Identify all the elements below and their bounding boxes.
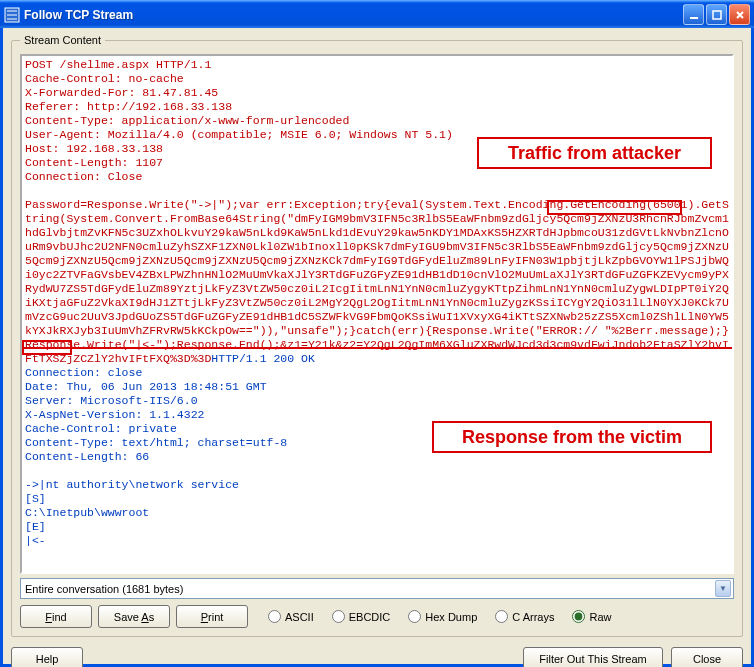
- minimize-button[interactable]: [683, 4, 704, 25]
- help-button[interactable]: Help: [11, 647, 83, 667]
- radio-hexdump[interactable]: Hex Dump: [408, 610, 477, 623]
- svg-rect-2: [713, 11, 721, 19]
- chevron-down-icon: ▼: [715, 580, 731, 597]
- stream-content-legend: Stream Content: [20, 34, 105, 46]
- radio-carrays[interactable]: C Arrays: [495, 610, 554, 623]
- svg-rect-1: [690, 17, 698, 19]
- stream-text-area[interactable]: POST /shellme.aspx HTTP/1.1 Cache-Contro…: [20, 54, 734, 574]
- window-title: Follow TCP Stream: [24, 8, 683, 22]
- encoding-radios: ASCII EBCDIC Hex Dump C Arrays Raw: [268, 610, 611, 623]
- filter-out-button[interactable]: Filter Out This Stream: [523, 647, 663, 667]
- close-button[interactable]: [729, 4, 750, 25]
- close-dialog-button[interactable]: Close: [671, 647, 743, 667]
- app-icon: [4, 7, 20, 23]
- save-as-button[interactable]: Save As: [98, 605, 170, 628]
- maximize-button[interactable]: [706, 4, 727, 25]
- stream-content-text: POST /shellme.aspx HTTP/1.1 Cache-Contro…: [25, 58, 729, 548]
- toolbar-row: Find Save As Print ASCII EBCDIC Hex Dump…: [20, 605, 734, 628]
- radio-raw[interactable]: Raw: [572, 610, 611, 623]
- conversation-select[interactable]: Entire conversation (1681 bytes) ▼: [20, 578, 734, 599]
- print-button[interactable]: Print: [176, 605, 248, 628]
- client-area: Stream Content POST /shellme.aspx HTTP/1…: [0, 28, 754, 667]
- find-button[interactable]: Find: [20, 605, 92, 628]
- radio-ebcdic[interactable]: EBCDIC: [332, 610, 391, 623]
- bottom-button-row: Help Filter Out This Stream Close: [11, 647, 743, 667]
- radio-ascii[interactable]: ASCII: [268, 610, 314, 623]
- titlebar[interactable]: Follow TCP Stream: [0, 0, 754, 28]
- request-text: POST /shellme.aspx HTTP/1.1 Cache-Contro…: [25, 58, 729, 365]
- response-text: HTTP/1.1 200 OK Connection: close Date: …: [25, 352, 315, 547]
- conversation-select-value: Entire conversation (1681 bytes): [25, 583, 183, 595]
- stream-content-group: Stream Content POST /shellme.aspx HTTP/1…: [11, 34, 743, 637]
